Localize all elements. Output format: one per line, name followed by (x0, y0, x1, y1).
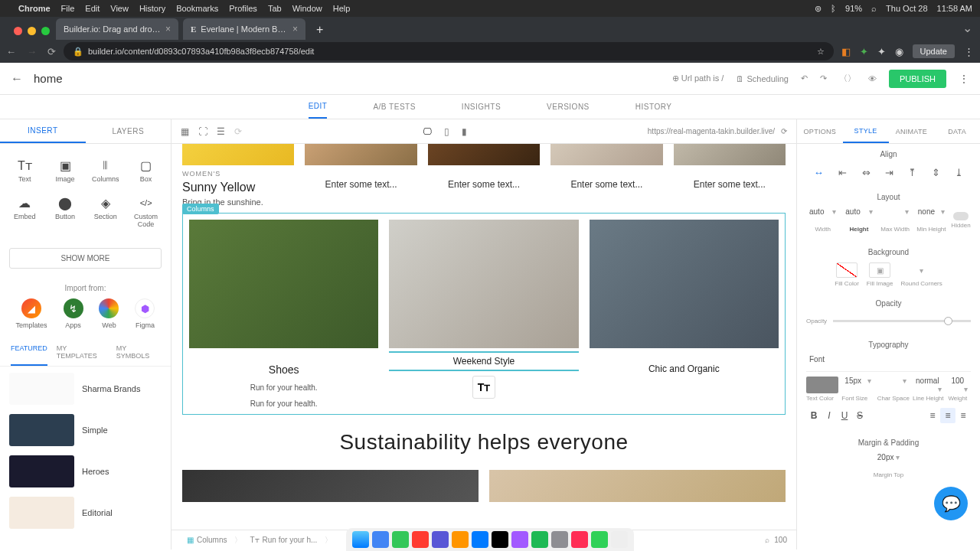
import-apps[interactable]: ↯Apps (64, 298, 83, 329)
extension-icon[interactable]: ✦ (860, 46, 868, 57)
tab-my-symbols[interactable]: MY SYMBOLS (116, 338, 160, 366)
dock-vscode-icon[interactable] (472, 531, 488, 548)
template-item[interactable]: Heroes (9, 455, 162, 487)
bluetooth-icon[interactable]: ᛒ (831, 4, 836, 13)
dock-chrome-icon[interactable] (372, 531, 389, 548)
import-templates[interactable]: ◢Templates (15, 298, 47, 329)
minheight-input[interactable]: none ▾ (915, 207, 948, 224)
show-more-button[interactable]: SHOW MORE (9, 248, 162, 269)
insert-embed[interactable]: ☁Embed (6, 191, 44, 233)
dock-messages-icon[interactable] (392, 531, 409, 548)
dock-app-icon[interactable] (412, 531, 429, 548)
margin-top-input[interactable]: 20px ▾ (866, 453, 912, 470)
desktop-icon[interactable]: 🖵 (423, 126, 432, 137)
dock-terminal-icon[interactable] (492, 531, 508, 548)
publish-button[interactable]: PUBLISH (889, 70, 946, 88)
tab-layers[interactable]: LAYERS (86, 119, 172, 143)
template-item[interactable]: Simple (9, 414, 162, 446)
tab-insights[interactable]: INSIGHTS (462, 96, 501, 118)
align-middle-icon[interactable]: ⇕ (929, 165, 942, 181)
preview-url[interactable]: https://real-magenta-takin.builder.live/ (648, 127, 775, 135)
menubar-time[interactable]: 11:58 AM (937, 4, 972, 13)
reload-icon[interactable]: ⟳ (47, 46, 56, 57)
round-corners-input[interactable]: ▾ (911, 262, 933, 278)
dock-finder-icon[interactable] (352, 531, 369, 548)
undo-icon[interactable]: ↶ (801, 73, 808, 83)
align-center-button[interactable]: ≡ (940, 408, 956, 423)
font-select[interactable]: Font (806, 355, 971, 372)
insert-button[interactable]: ⬤Button (47, 191, 84, 233)
new-tab-button[interactable]: + (310, 23, 329, 40)
insert-custom-code[interactable]: </>Custom Code (127, 191, 165, 233)
refresh-icon[interactable]: ⟳ (234, 126, 242, 137)
preview-icon[interactable]: 👁 (868, 74, 877, 83)
open-external-icon[interactable]: ⟳ (781, 127, 787, 135)
update-button[interactable]: Update (913, 44, 955, 58)
code-icon[interactable]: 〈〉 (839, 73, 856, 84)
fill-color-input[interactable] (836, 262, 858, 278)
mobile-icon[interactable]: ▮ (462, 126, 467, 137)
tablet-icon[interactable]: ▯ (444, 126, 449, 137)
selected-columns[interactable]: ShoesRun for your health.Run for your he… (182, 213, 786, 415)
menubar-date[interactable]: Thu Oct 28 (886, 4, 927, 13)
tab-history[interactable]: HISTORY (635, 96, 672, 118)
text-color-input[interactable] (806, 377, 838, 393)
align-center-h-icon[interactable]: ⇔ (860, 165, 873, 181)
height-input[interactable]: auto ▾ (842, 207, 875, 224)
dock-app-icon[interactable] (432, 531, 449, 548)
zoom-search-icon[interactable]: ⌕ (765, 536, 769, 544)
text-tool-icon[interactable]: Tᴛ (472, 376, 495, 399)
breadcrumb-item[interactable]: ▦ Columns (181, 534, 233, 546)
tab-featured[interactable]: FEATURED (11, 338, 47, 366)
back-icon[interactable]: ← (6, 46, 16, 57)
minimize-window[interactable] (28, 27, 36, 35)
maximize-window[interactable] (41, 27, 50, 35)
dock-trash-icon[interactable] (611, 531, 628, 548)
chrome-menu-icon[interactable]: ⋮ (964, 46, 974, 57)
more-menu-icon[interactable]: ⋮ (959, 73, 969, 85)
dock-figma-icon[interactable] (511, 531, 528, 548)
sustainability-heading[interactable]: Sustainability helps everyone (172, 430, 796, 455)
tab-data[interactable]: DATA (934, 119, 980, 143)
align-top-icon[interactable]: ⤒ (906, 165, 919, 181)
insert-columns[interactable]: ⦀Columns (87, 153, 125, 187)
dock-spotify-icon[interactable] (531, 531, 548, 548)
fontsize-input[interactable]: 15px▾ (841, 377, 874, 393)
search-icon[interactable]: ⌕ (871, 4, 877, 13)
avatar-icon[interactable]: ◉ (895, 46, 903, 57)
tab-animate[interactable]: ANIMATE (889, 119, 935, 143)
close-tab-icon[interactable]: × (165, 24, 171, 34)
opacity-slider[interactable] (833, 320, 971, 322)
align-right-button[interactable]: ≡ (956, 408, 971, 423)
tab-edit[interactable]: EDIT (309, 95, 328, 119)
url-path-label[interactable]: ⊕ Url path is / (672, 73, 724, 83)
browser-tab[interactable]: EEverlane | Modern Basics. Rad× (183, 18, 305, 40)
align-stretch-icon[interactable]: ↔ (812, 165, 826, 181)
canvas-body[interactable]: WOMEN'SSunny YellowBring in the sunshine… (172, 144, 796, 530)
selection-label[interactable]: Columns (182, 204, 219, 214)
layout-icon[interactable]: ▦ (181, 126, 189, 137)
import-figma[interactable]: ⬢Figma (135, 298, 155, 329)
dock-app-icon[interactable] (591, 531, 608, 548)
fill-image-input[interactable]: ▣ (869, 262, 890, 278)
chevron-down-icon[interactable]: ⌄ (955, 21, 980, 40)
close-window[interactable] (14, 27, 22, 35)
italic-button[interactable]: I (822, 408, 837, 423)
dock-app-icon[interactable] (452, 531, 469, 548)
tab-abtests[interactable]: A/B TESTS (373, 96, 415, 118)
bold-button[interactable]: B (806, 408, 822, 423)
dock-settings-icon[interactable] (551, 531, 568, 548)
tab-options[interactable]: OPTIONS (797, 119, 843, 143)
tab-insert[interactable]: INSERT (0, 119, 86, 143)
weight-input[interactable]: 100▾ (948, 377, 971, 393)
extension-icon[interactable]: ◧ (841, 46, 851, 57)
browser-tab[interactable]: Builder.io: Drag and drop page× (56, 18, 178, 40)
charspace-input[interactable]: ▾ (877, 377, 910, 393)
insert-box[interactable]: ▢Box (127, 153, 165, 187)
page-title[interactable]: home (34, 72, 63, 85)
import-web[interactable]: Web (99, 298, 119, 329)
strike-button[interactable]: S (852, 408, 867, 423)
list-icon[interactable]: ☰ (217, 126, 225, 137)
macos-dock[interactable] (346, 528, 634, 551)
wifi-icon[interactable]: ⊚ (815, 4, 822, 14)
